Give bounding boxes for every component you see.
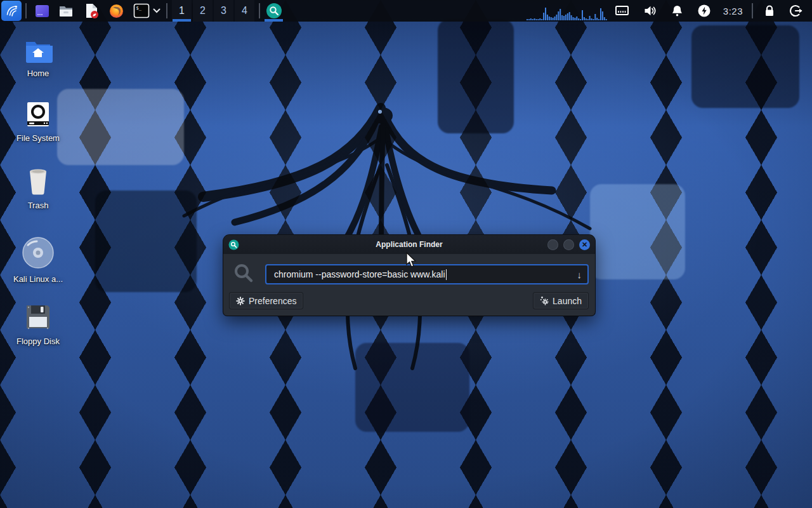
desktop-icon-floppy-disk[interactable]: Floppy Disk bbox=[0, 302, 76, 346]
disc-icon bbox=[22, 236, 55, 269]
titlebar[interactable]: Application Finder ✕ bbox=[223, 235, 595, 254]
power-manager-tray-item[interactable] bbox=[697, 4, 711, 18]
desktop-icon-label: Floppy Disk bbox=[0, 337, 76, 346]
notifications-tray-item[interactable] bbox=[671, 4, 683, 18]
lock-screen-button[interactable] bbox=[763, 4, 776, 18]
desktop-icon-label: File System bbox=[0, 133, 76, 143]
wallpaper-dark-cube bbox=[57, 89, 184, 165]
volume-icon bbox=[643, 4, 657, 17]
folder-icon bbox=[58, 3, 74, 19]
panel-separator bbox=[166, 3, 167, 18]
chevron-down-icon bbox=[153, 8, 160, 13]
clock[interactable]: 3:23 bbox=[723, 6, 743, 17]
text-editor-launcher[interactable] bbox=[82, 1, 101, 20]
workspace-label: 4 bbox=[242, 5, 247, 17]
preferences-label: Preferences bbox=[249, 296, 296, 306]
bell-icon bbox=[671, 4, 683, 18]
desktop-icon-label: Home bbox=[0, 69, 76, 78]
lock-icon bbox=[763, 4, 776, 18]
workspace-button-4[interactable]: 4 bbox=[235, 0, 254, 22]
text-editor-icon bbox=[84, 3, 100, 19]
network-tray-item[interactable] bbox=[615, 4, 629, 17]
kali-logo-icon bbox=[4, 3, 19, 18]
power-bolt-icon bbox=[697, 4, 711, 18]
desktop-icon-trash[interactable]: Trash bbox=[0, 166, 76, 210]
workspace-label: 1 bbox=[179, 5, 185, 17]
wallpaper-glass-cube bbox=[590, 184, 685, 279]
desktop-icon-kali-linux[interactable]: Kali Linux a... bbox=[0, 236, 76, 284]
logout-button[interactable] bbox=[789, 4, 803, 18]
wallpaper-dark-cube bbox=[691, 25, 799, 108]
gear-icon bbox=[236, 297, 245, 305]
desktop-icon-label: Trash bbox=[0, 201, 76, 210]
firefox-icon bbox=[108, 3, 124, 19]
taskbar-application-finder[interactable] bbox=[264, 0, 284, 22]
logout-icon bbox=[789, 4, 803, 18]
firefox-launcher[interactable] bbox=[107, 1, 126, 20]
desktop-icon-label: Kali Linux a... bbox=[0, 274, 76, 284]
window-title: Application Finder bbox=[223, 240, 595, 249]
search-icon bbox=[233, 263, 254, 283]
terminal-launcher[interactable]: $_ bbox=[132, 1, 151, 20]
preferences-button[interactable]: Preferences bbox=[229, 292, 303, 309]
application-finder-window: Application Finder ✕ chromium --password… bbox=[223, 235, 595, 316]
wallpaper-dark-cube bbox=[355, 343, 469, 432]
terminal-icon: $_ bbox=[133, 3, 150, 18]
terminal-dropdown-button[interactable] bbox=[151, 1, 162, 20]
kali-menu-button[interactable] bbox=[1, 1, 22, 21]
panel-separator bbox=[259, 3, 260, 18]
close-icon: ✕ bbox=[582, 241, 587, 249]
maximize-button[interactable] bbox=[563, 239, 574, 250]
appearance-icon bbox=[34, 3, 50, 19]
appearance-launcher[interactable] bbox=[32, 1, 51, 20]
panel-separator bbox=[752, 3, 753, 18]
workspace-label: 3 bbox=[221, 5, 226, 17]
top-panel: $_ 1 2 3 4 bbox=[0, 0, 812, 22]
desktop-icon-file-system[interactable]: File System bbox=[0, 100, 76, 143]
terminal-prompt-glyph: $_ bbox=[136, 6, 142, 11]
desktop-icon-home[interactable]: Home bbox=[0, 38, 76, 78]
hard-drive-icon bbox=[24, 100, 52, 128]
launch-icon bbox=[540, 296, 549, 305]
launch-button[interactable]: Launch bbox=[533, 292, 589, 309]
command-input-text: chromium --password-store=basic www.kali bbox=[274, 269, 445, 279]
close-button[interactable]: ✕ bbox=[579, 239, 590, 250]
mouse-cursor bbox=[405, 252, 419, 269]
trash-icon bbox=[24, 166, 52, 196]
network-icon bbox=[615, 4, 629, 17]
workspace-button-2[interactable]: 2 bbox=[193, 0, 213, 22]
file-manager-launcher[interactable] bbox=[56, 1, 75, 20]
volume-tray-item[interactable] bbox=[643, 4, 657, 17]
application-finder-icon bbox=[266, 3, 282, 19]
history-dropdown-arrow-icon[interactable]: ↓ bbox=[577, 269, 582, 280]
workspace-label: 2 bbox=[200, 5, 206, 17]
floppy-disk-icon bbox=[23, 302, 53, 331]
wallpaper-dark-cube bbox=[95, 190, 197, 292]
workspace-button-3[interactable]: 3 bbox=[214, 0, 233, 22]
window-icon-application-finder bbox=[228, 239, 239, 250]
cpu-graph[interactable] bbox=[527, 1, 608, 20]
launch-label: Launch bbox=[553, 296, 582, 306]
home-folder-icon bbox=[23, 38, 53, 64]
command-input[interactable]: chromium --password-store=basic www.kali… bbox=[265, 264, 589, 284]
workspace-button-1[interactable]: 1 bbox=[172, 0, 192, 22]
text-caret bbox=[446, 269, 447, 280]
panel-separator bbox=[25, 3, 27, 18]
wallpaper-dark-cube bbox=[438, 19, 514, 133]
minimize-button[interactable] bbox=[547, 239, 558, 250]
